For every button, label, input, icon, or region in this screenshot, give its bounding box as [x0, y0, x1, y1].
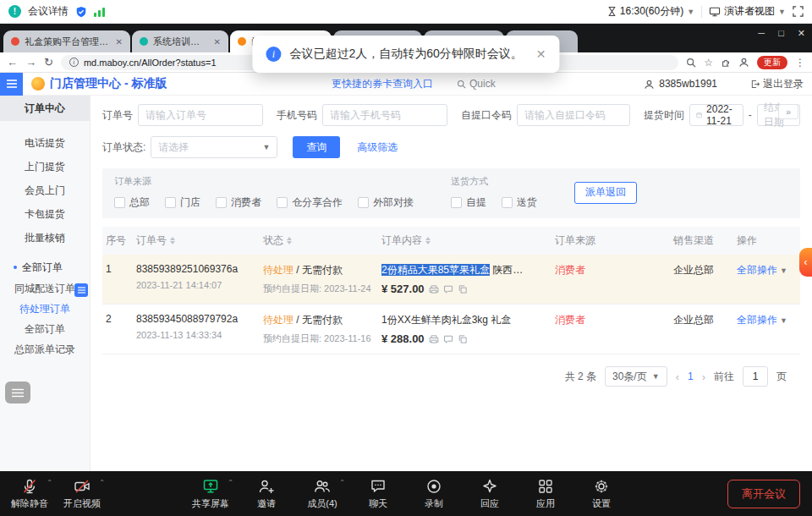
chat-button[interactable]: 聊天	[359, 478, 398, 510]
reactions-button[interactable]: 回应	[470, 478, 509, 510]
checkbox-icon[interactable]	[358, 197, 369, 208]
sort-icon[interactable]	[287, 237, 292, 244]
profile-avatar-icon[interactable]	[738, 57, 749, 68]
col-order-no[interactable]: 订单号	[133, 233, 260, 248]
bookmark-star-icon[interactable]: ☆	[704, 57, 713, 69]
sidebar-pin-button[interactable]	[74, 283, 88, 297]
window-minimize-icon[interactable]: ─	[758, 28, 765, 39]
sidebar-item-member-visit[interactable]: 会员上门	[0, 178, 90, 202]
order-status-select[interactable]: 请选择 ▼	[151, 136, 277, 158]
sidebar-item-phone-pickup[interactable]: 电话提货	[0, 131, 90, 155]
sidebar-group-all-orders[interactable]: 全部订单	[0, 256, 90, 278]
chevron-up-icon[interactable]: ⌃	[47, 479, 52, 486]
copy-icon[interactable]	[458, 284, 468, 294]
checkbox-icon[interactable]	[216, 197, 227, 208]
checkbox-hq[interactable]: 总部	[114, 195, 150, 210]
chevron-up-icon[interactable]: ⌃	[339, 479, 345, 486]
chevron-up-icon[interactable]: ⌃	[228, 479, 233, 486]
copy-icon[interactable]	[458, 334, 468, 344]
chevron-down-icon[interactable]: ▼	[687, 8, 694, 16]
apps-button[interactable]: 应用	[526, 478, 565, 510]
checkbox-icon[interactable]	[451, 197, 462, 208]
members-button[interactable]: ⌃ 成员(4)	[303, 478, 342, 510]
order-no-input[interactable]	[138, 104, 263, 126]
chevron-up-icon[interactable]: ⌃	[99, 479, 105, 486]
meeting-detail-label[interactable]: 会议详情	[28, 4, 69, 19]
phone-input[interactable]	[322, 104, 447, 126]
message-icon[interactable]	[443, 334, 453, 344]
site-info-icon[interactable]: i	[69, 58, 79, 67]
user-menu[interactable]: 8385wb1991	[644, 78, 717, 90]
goto-page-input[interactable]	[743, 366, 768, 387]
coupon-query-link[interactable]: 更快捷的券卡查询入口	[332, 77, 433, 91]
window-maximize-icon[interactable]: □	[778, 28, 784, 39]
sidebar-item-all-orders[interactable]: 全部订单	[0, 319, 90, 339]
col-content[interactable]: 订单内容	[378, 233, 551, 248]
view-mode-selector[interactable]: 演讲者视图 ▼	[709, 4, 786, 19]
quick-search[interactable]: Quick	[457, 78, 496, 90]
fullscreen-icon[interactable]	[793, 6, 804, 17]
checkbox-consumer[interactable]: 消费者	[216, 195, 261, 210]
forward-icon[interactable]: →	[25, 57, 36, 68]
extensions-icon[interactable]	[721, 58, 731, 68]
pickup-code-input[interactable]	[517, 104, 630, 126]
start-date-picker[interactable]: 2022-11-21	[689, 104, 743, 126]
sidebar-item-card-pickup[interactable]: 卡包提货	[0, 202, 90, 226]
sidebar-item-batch-verify[interactable]: 批量核销	[0, 226, 90, 250]
chevron-down-icon[interactable]: ▼	[778, 8, 786, 16]
table-row[interactable]: 2 83859345088979792a 2023-11-13 14:33:34…	[102, 305, 800, 354]
message-icon[interactable]	[443, 284, 453, 294]
dispatch-return-button[interactable]: 派单退回	[574, 182, 637, 204]
sidebar-item-hq-dispatch-log[interactable]: 总部派单记录	[0, 339, 90, 360]
toast-close-icon[interactable]: ✕	[536, 47, 546, 61]
table-row[interactable]: 1 83859389251069376a 2023-11-21 14:14:07…	[102, 255, 800, 305]
sidebar-item-door-pickup[interactable]: 上门提货	[0, 155, 90, 178]
tab-close-icon[interactable]: ✕	[116, 37, 123, 47]
meeting-timer[interactable]: 16:30(60分钟) ▼	[607, 4, 694, 19]
search-icon[interactable]	[686, 58, 696, 68]
collapse-panel-button[interactable]: »	[778, 104, 798, 119]
checkbox-icon[interactable]	[277, 197, 288, 208]
col-status[interactable]: 状态	[260, 233, 378, 248]
checkbox-icon[interactable]	[165, 197, 176, 208]
all-actions-link[interactable]: 全部操作▼	[737, 313, 795, 327]
side-drawer-handle[interactable]: ‹	[799, 248, 812, 277]
share-screen-button[interactable]: ⌃ 共享屏幕	[191, 478, 230, 510]
reload-icon[interactable]: ↻	[44, 57, 53, 68]
record-button[interactable]: 录制	[414, 478, 453, 510]
browser-tab[interactable]: 礼盒策购平台管理中心 ✕	[3, 30, 130, 52]
invite-button[interactable]: 邀请	[247, 478, 286, 510]
sort-icon[interactable]	[170, 237, 175, 244]
page-size-select[interactable]: 30条/页 ▼	[605, 366, 667, 387]
checkbox-icon[interactable]	[114, 197, 125, 208]
floating-menu-button[interactable]	[5, 382, 30, 403]
window-close-icon[interactable]: ✕	[798, 28, 805, 39]
sort-icon[interactable]	[425, 237, 431, 244]
checkbox-self-pickup[interactable]: 自提	[451, 195, 486, 210]
settings-button[interactable]: 设置	[582, 478, 621, 510]
checkbox-store[interactable]: 门店	[165, 195, 200, 210]
prev-page-button[interactable]: ‹	[676, 371, 679, 383]
checkbox-delivery[interactable]: 送货	[502, 195, 537, 210]
start-video-button[interactable]: ⌃ 开启视频	[63, 478, 102, 510]
logout-button[interactable]: 退出登录	[750, 77, 804, 91]
all-actions-link[interactable]: 全部操作▼	[737, 263, 795, 277]
print-icon[interactable]	[429, 284, 439, 294]
current-page[interactable]: 1	[688, 371, 694, 382]
search-button[interactable]: 查询	[293, 136, 340, 158]
print-icon[interactable]	[429, 334, 439, 344]
checkbox-warehouse-coop[interactable]: 仓分享合作	[277, 195, 343, 210]
next-page-button[interactable]: ›	[702, 371, 705, 383]
browser-tab[interactable]: 系统培训学习 ✕	[132, 30, 228, 52]
back-icon[interactable]: ←	[7, 57, 18, 68]
browser-update-button[interactable]: 更新	[757, 56, 787, 69]
browser-menu-icon[interactable]: ⋮	[795, 57, 805, 69]
advanced-filter-link[interactable]: 高级筛选	[357, 140, 398, 155]
leave-meeting-button[interactable]: 离开会议	[727, 480, 800, 508]
checkbox-icon[interactable]	[502, 197, 513, 208]
unmute-button[interactable]: ⌃ 解除静音	[10, 478, 49, 510]
checkbox-external[interactable]: 外部对接	[358, 195, 414, 210]
sidebar-item-pending-orders[interactable]: 待处理订单	[0, 299, 90, 319]
tab-close-icon[interactable]: ✕	[214, 37, 221, 47]
hamburger-menu-button[interactable]	[0, 73, 23, 96]
